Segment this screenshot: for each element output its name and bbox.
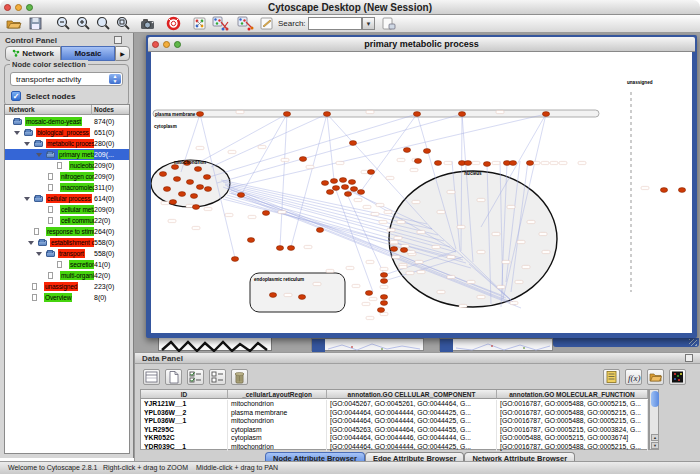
svg-text:endoplasmic reticulum: endoplasmic reticulum <box>254 277 304 282</box>
import-icon[interactable] <box>380 16 397 31</box>
tree-row-count: 651(0) <box>94 128 114 137</box>
tree-row[interactable]: cell communicat22(0) <box>5 215 129 226</box>
expander-icon[interactable] <box>24 142 30 146</box>
save-icon[interactable] <box>27 16 44 31</box>
file-icon <box>32 283 37 290</box>
tab-overflow-arrow[interactable]: ▶ <box>115 46 130 61</box>
tree-row-count: 264(0) <box>94 227 114 236</box>
table-mode-icon[interactable] <box>143 369 160 385</box>
column-header[interactable]: ID <box>141 390 228 399</box>
column-header[interactable]: annotation.GO MOLECULAR_FUNCTION <box>497 390 648 399</box>
tree-row[interactable]: transport558(0) <box>5 248 129 259</box>
expander-icon[interactable] <box>36 153 42 157</box>
scroll-up-icon[interactable]: ▲ <box>651 434 659 441</box>
node-color-dropdown[interactable]: transporter activity ▲▼ <box>10 72 123 86</box>
background-window-fragment[interactable] <box>553 338 699 347</box>
search-dropdown-icon[interactable]: ▼ <box>362 17 375 30</box>
tree-row-label: Overview <box>44 293 72 302</box>
tree-row[interactable]: nucleobase-209(0) <box>5 160 129 171</box>
background-window-fragment[interactable] <box>439 338 553 351</box>
tree-row-count: 8(0) <box>94 293 106 302</box>
table-row[interactable]: YLR295Ccytoplasm[GO:0045263, GO:0044464,… <box>141 426 648 435</box>
app-title: Cytoscape Desktop (New Session) <box>0 2 700 13</box>
select-nodes-checkbox[interactable]: ✓ <box>11 91 21 101</box>
tree-row-count: 41(0) <box>94 260 110 269</box>
svg-text:cytoplasm: cytoplasm <box>154 124 177 129</box>
zoom-out-icon[interactable] <box>55 16 72 31</box>
select-nodes-label: Select nodes <box>26 92 75 101</box>
status-message: Welcome to Cytoscape 2.8.1 <box>8 464 97 471</box>
expander-icon[interactable] <box>28 241 34 245</box>
attribute-list-icon[interactable] <box>603 369 620 385</box>
zoom-selected-icon[interactable] <box>115 16 132 31</box>
table-row[interactable]: YPL036W__2plasma membrane[GO:0044464, GO… <box>141 409 648 418</box>
tree-row[interactable]: nitrogen compo209(0) <box>5 171 129 182</box>
table-cell: cytoplasm <box>228 426 327 435</box>
delete-attribute-icon[interactable] <box>231 369 248 385</box>
attribute-matrix-icon[interactable] <box>669 369 686 385</box>
snapshot-icon[interactable] <box>139 16 156 31</box>
table-cell: [GO:0045263, GO:0044464, GO:0044455, G..… <box>327 426 497 435</box>
network-a-icon[interactable] <box>212 16 229 31</box>
open-icon[interactable] <box>5 16 22 31</box>
app-titlebar: Cytoscape Desktop (New Session) <box>0 0 700 15</box>
tree-row[interactable]: unassigned223(0) <box>5 281 129 292</box>
tree-row[interactable]: cellular process614(0) <box>5 193 129 204</box>
table-cell: [GO:0045267, GO:0045261, GO:0044464, G..… <box>327 400 497 409</box>
scrollbar-thumb[interactable] <box>651 391 659 407</box>
control-panel-float-icon[interactable] <box>114 36 122 44</box>
expander-icon[interactable] <box>14 131 20 135</box>
data-panel-float-icon[interactable] <box>685 354 693 362</box>
table-row[interactable]: YKR052Ccytoplasm[GO:0044464, GO:0044446,… <box>141 434 648 443</box>
tree-row-count: 209(0) <box>94 161 114 170</box>
tree-row[interactable]: secretion41(0) <box>5 259 129 270</box>
zoom-fit-icon[interactable] <box>95 16 112 31</box>
tree-row-label: nitrogen compo <box>60 172 94 181</box>
tree-row[interactable]: metabolic process280(0) <box>5 138 129 149</box>
tree-row[interactable]: biological_process651(0) <box>5 127 129 138</box>
column-header[interactable]: annotation.GO CELLULAR_COMPONENT <box>327 390 497 399</box>
annotation-icon[interactable] <box>258 16 275 31</box>
attribute-table[interactable]: ID_cellularLayoutRegionannotation.GO CEL… <box>140 389 649 450</box>
help-icon[interactable] <box>165 16 182 31</box>
tree-row[interactable]: macromolecule311(0) <box>5 182 129 193</box>
table-row[interactable]: YJR121W__1mitochondrion[GO:0045267, GO:0… <box>141 400 648 409</box>
background-window-fragment[interactable] <box>311 338 424 351</box>
column-header[interactable]: _cellularLayoutRegion <box>228 390 327 399</box>
search-input[interactable] <box>308 17 362 30</box>
tree-row[interactable]: Overview8(0) <box>5 292 129 303</box>
background-window-fragment[interactable] <box>158 338 272 351</box>
expander-icon[interactable] <box>36 252 42 256</box>
import-attributes-icon[interactable] <box>647 369 664 385</box>
tree-row[interactable]: response to stimul264(0) <box>5 226 129 237</box>
layout-icon[interactable] <box>191 16 208 31</box>
tree-row[interactable]: establishment of lo558(0) <box>5 237 129 248</box>
expander-icon[interactable] <box>24 197 30 201</box>
network-canvas[interactable]: plasma membranecytoplasmmitochondrionnuc… <box>151 52 692 333</box>
table-scrollbar[interactable]: ▲ ▼ <box>649 389 659 450</box>
tree-row[interactable]: cellular metabo209(0) <box>5 204 129 215</box>
network-b-icon[interactable] <box>237 16 254 31</box>
tree-row[interactable]: mosaic-demo-yeast874(0) <box>5 116 129 127</box>
select-attributes-icon[interactable] <box>187 369 204 385</box>
table-cell: [GO:0016787, GO:0005215, GO:0003824, G..… <box>497 426 648 435</box>
tab-network[interactable]: Network <box>5 46 61 61</box>
scroll-down-icon[interactable]: ▼ <box>651 442 659 449</box>
zoom-in-icon[interactable] <box>75 16 92 31</box>
status-hint-pan: Middle-click + drag to PAN <box>196 464 278 471</box>
tree-row-label: multi-organism pro <box>60 271 94 280</box>
tab-mosaic[interactable]: Mosaic <box>61 46 115 61</box>
tree-row[interactable]: multi-organism pro42(0) <box>5 270 129 281</box>
tree-row-count: 209(0) <box>94 172 114 181</box>
data-panel-header: Data Panel <box>135 353 700 364</box>
folder-icon <box>34 196 43 202</box>
unselect-attributes-icon[interactable] <box>209 369 226 385</box>
new-attribute-icon[interactable] <box>165 369 182 385</box>
search-label: Search: <box>278 19 306 28</box>
table-row[interactable]: YPL036W__1mitochondrion[GO:0044464, GO:0… <box>141 417 648 426</box>
table-cell: [GO:0044464, GO:0044446, GO:0044444, G..… <box>327 434 497 443</box>
table-row[interactable]: YDR039C__1mitochondrion[GO:0044464, GO:0… <box>141 443 648 452</box>
function-builder-icon[interactable]: f(x) <box>625 369 642 385</box>
tree-row[interactable]: primary metabo209(... <box>5 149 129 160</box>
network-window-titlebar[interactable]: primary metabolic process <box>148 37 695 52</box>
